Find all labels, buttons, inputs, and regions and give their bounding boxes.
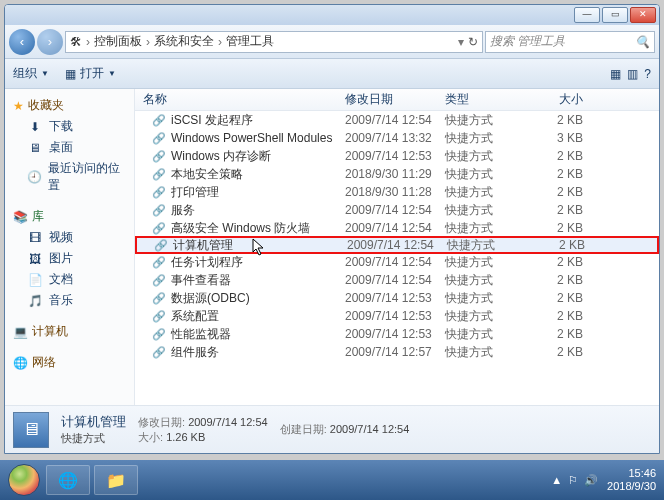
file-row[interactable]: 🔗事件查看器2009/7/14 12:54快捷方式2 KB <box>135 271 659 289</box>
search-input[interactable]: 搜索 管理工具 🔍 <box>485 31 655 53</box>
tray-icon[interactable]: ▲ <box>551 474 562 486</box>
file-row[interactable]: 🔗计算机管理2009/7/14 12:54快捷方式2 KB <box>135 236 659 254</box>
shortcut-icon: 🔗 <box>151 130 167 146</box>
col-date[interactable]: 修改日期 <box>345 91 445 108</box>
file-row[interactable]: 🔗系统配置2009/7/14 12:53快捷方式2 KB <box>135 307 659 325</box>
tree-favorites-header[interactable]: ★收藏夹 <box>9 95 130 116</box>
tree-network[interactable]: 🌐网络 <box>9 352 130 373</box>
open-button[interactable]: ▦打开▼ <box>65 65 116 82</box>
shortcut-icon: 🔗 <box>151 166 167 182</box>
file-row[interactable]: 🔗组件服务2009/7/14 12:57快捷方式2 KB <box>135 343 659 361</box>
minimize-button[interactable]: — <box>574 7 600 23</box>
tree-computer[interactable]: 💻计算机 <box>9 321 130 342</box>
details-type: 快捷方式 <box>61 431 126 446</box>
shortcut-icon: 🔗 <box>151 272 167 288</box>
close-button[interactable]: ✕ <box>630 7 656 23</box>
view-options-icon[interactable]: ▦ <box>610 67 621 81</box>
tree-libraries-header[interactable]: 📚库 <box>9 206 130 227</box>
tree-item[interactable]: 🖥桌面 <box>9 137 130 158</box>
toolbar: 组织▼ ▦打开▼ ▦ ▥ ? <box>5 59 659 89</box>
details-file-icon: 🖥 <box>13 412 49 448</box>
file-row[interactable]: 🔗性能监视器2009/7/14 12:53快捷方式2 KB <box>135 325 659 343</box>
maximize-button[interactable]: ▭ <box>602 7 628 23</box>
nav-forward-button[interactable]: › <box>37 29 63 55</box>
shortcut-icon: 🔗 <box>151 308 167 324</box>
shortcut-icon: 🔗 <box>151 344 167 360</box>
breadcrumb-seg[interactable]: 控制面板 <box>94 33 142 50</box>
file-list: 名称 修改日期 类型 大小 🔗iSCSI 发起程序2009/7/14 12:54… <box>135 89 659 405</box>
breadcrumb[interactable]: 🛠 › 控制面板 › 系统和安全 › 管理工具 ▾ ↻ <box>65 31 483 53</box>
help-icon[interactable]: ? <box>644 67 651 81</box>
col-type[interactable]: 类型 <box>445 91 535 108</box>
file-row[interactable]: 🔗任务计划程序2009/7/14 12:54快捷方式2 KB <box>135 253 659 271</box>
start-button[interactable] <box>4 460 44 500</box>
details-filename: 计算机管理 <box>61 413 126 431</box>
taskbar-explorer[interactable]: 📁 <box>94 465 138 495</box>
file-row[interactable]: 🔗本地安全策略2018/9/30 11:29快捷方式2 KB <box>135 165 659 183</box>
explorer-window: — ▭ ✕ ‹ › 🛠 › 控制面板 › 系统和安全 › 管理工具 ▾ ↻ 搜索… <box>4 4 660 454</box>
preview-pane-icon[interactable]: ▥ <box>627 67 638 81</box>
windows-orb-icon <box>8 464 40 496</box>
file-row[interactable]: 🔗Windows 内存诊断2009/7/14 12:53快捷方式2 KB <box>135 147 659 165</box>
shortcut-icon: 🔗 <box>151 220 167 236</box>
shortcut-icon: 🔗 <box>151 112 167 128</box>
nav-back-button[interactable]: ‹ <box>9 29 35 55</box>
shortcut-icon: 🔗 <box>153 237 169 253</box>
shortcut-icon: 🔗 <box>151 184 167 200</box>
taskbar-clock[interactable]: 15:462018/9/30 <box>607 467 656 493</box>
file-row[interactable]: 🔗服务2009/7/14 12:54快捷方式2 KB <box>135 201 659 219</box>
details-pane: 🖥 计算机管理 快捷方式 修改日期: 2009/7/14 12:54 大小: 1… <box>5 405 659 453</box>
taskbar-ie[interactable]: 🌐 <box>46 465 90 495</box>
shortcut-icon: 🔗 <box>151 326 167 342</box>
tray-icon[interactable]: 🔊 <box>584 474 598 486</box>
taskbar[interactable]: 🌐 📁 ▲⚐🔊 15:462018/9/30 <box>0 460 664 500</box>
explorer-body: ★收藏夹 ⬇下载🖥桌面🕘最近访问的位置 📚库 🎞视频🖼图片📄文档🎵音乐 💻计算机… <box>5 89 659 405</box>
mouse-cursor-icon <box>252 238 266 256</box>
shortcut-icon: 🔗 <box>151 254 167 270</box>
file-row[interactable]: 🔗iSCSI 发起程序2009/7/14 12:54快捷方式2 KB <box>135 111 659 129</box>
file-row[interactable]: 🔗Windows PowerShell Modules2009/7/14 13:… <box>135 129 659 147</box>
tree-item[interactable]: ⬇下载 <box>9 116 130 137</box>
refresh-icon[interactable]: ↻ <box>468 35 478 49</box>
col-size[interactable]: 大小 <box>535 91 595 108</box>
file-row[interactable]: 🔗打印管理2018/9/30 11:28快捷方式2 KB <box>135 183 659 201</box>
breadcrumb-icon: 🛠 <box>70 35 82 49</box>
col-name[interactable]: 名称 <box>135 91 345 108</box>
tree-item[interactable]: 🎞视频 <box>9 227 130 248</box>
breadcrumb-seg[interactable]: 系统和安全 <box>154 33 214 50</box>
navbar: ‹ › 🛠 › 控制面板 › 系统和安全 › 管理工具 ▾ ↻ 搜索 管理工具 … <box>5 25 659 59</box>
organize-menu[interactable]: 组织▼ <box>13 65 49 82</box>
column-headers[interactable]: 名称 修改日期 类型 大小 <box>135 89 659 111</box>
nav-tree[interactable]: ★收藏夹 ⬇下载🖥桌面🕘最近访问的位置 📚库 🎞视频🖼图片📄文档🎵音乐 💻计算机… <box>5 89 135 405</box>
shortcut-icon: 🔗 <box>151 202 167 218</box>
shortcut-icon: 🔗 <box>151 148 167 164</box>
file-row[interactable]: 🔗数据源(ODBC)2009/7/14 12:53快捷方式2 KB <box>135 289 659 307</box>
titlebar[interactable]: — ▭ ✕ <box>5 5 659 25</box>
system-tray[interactable]: ▲⚐🔊 15:462018/9/30 <box>548 467 660 493</box>
tray-icon[interactable]: ⚐ <box>568 474 578 486</box>
search-icon: 🔍 <box>635 35 650 49</box>
tree-item[interactable]: 🕘最近访问的位置 <box>9 158 130 196</box>
tree-item[interactable]: 📄文档 <box>9 269 130 290</box>
breadcrumb-seg[interactable]: 管理工具 <box>226 33 274 50</box>
tree-item[interactable]: 🖼图片 <box>9 248 130 269</box>
shortcut-icon: 🔗 <box>151 290 167 306</box>
tree-item[interactable]: 🎵音乐 <box>9 290 130 311</box>
file-row[interactable]: 🔗高级安全 Windows 防火墙2009/7/14 12:54快捷方式2 KB <box>135 219 659 237</box>
